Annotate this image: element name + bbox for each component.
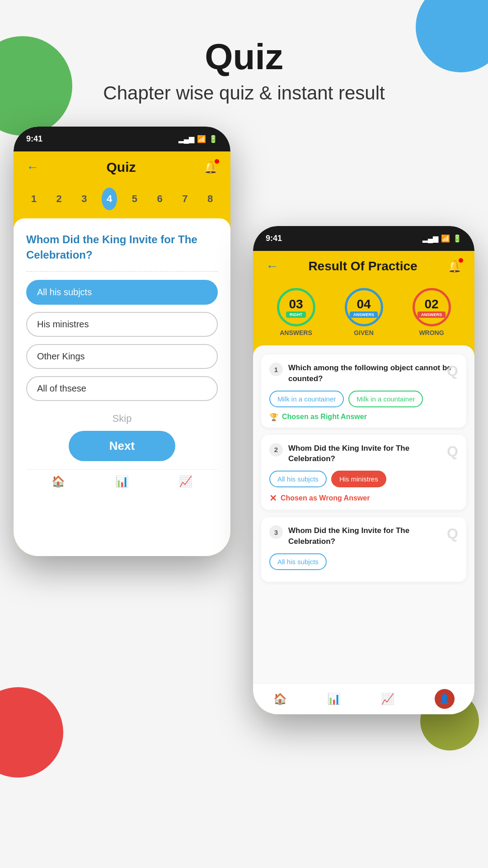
rq-num-2: 2 [269, 443, 283, 457]
stat-given: 04 ANSWERS GIVEN [345, 288, 383, 336]
stat-right: 03 RIGHT ANSWERS [277, 288, 315, 336]
result-phone-content: ← Result Of Practice 🔔 03 RIGHT ANSWERS … [253, 251, 474, 714]
rq-num-1: 1 [269, 363, 283, 376]
result-activity-icon[interactable]: 📈 [381, 693, 394, 705]
next-button[interactable]: Next [69, 431, 175, 461]
wrong-circle: 02 ANSWERS [413, 288, 451, 326]
trophy-icon: 🏆 [269, 413, 278, 421]
given-label: GIVEN [354, 329, 374, 336]
skip-next-area: Skip Next [26, 408, 218, 469]
rq-text-1: Which among the following object cannot … [288, 363, 458, 384]
rq-header-2: 2 Whom Did the King Invite for The Celeb… [269, 443, 458, 465]
result-battery-icon: 🔋 [453, 234, 462, 243]
q-num-1[interactable]: 1 [26, 188, 42, 210]
answer-option-3[interactable]: Other Kings [26, 344, 218, 369]
rq-ans-1b[interactable]: Milk in a countainer [348, 391, 423, 407]
page-header: Quiz Chapter wise quiz & instant result [0, 36, 488, 104]
verdict-text-2: Chosen as Wrong Answer [281, 494, 370, 502]
rq-decorative-icon-3: Q [447, 525, 458, 542]
result-phone: 9:41 ▂▄▆ 📶 🔋 ← Result Of Practice 🔔 03 R… [253, 226, 474, 714]
result-status-icons: ▂▄▆ 📶 🔋 [422, 234, 462, 243]
right-circle: 03 RIGHT [277, 288, 315, 326]
page-subtitle: Chapter wise quiz & instant result [0, 82, 488, 104]
result-header: ← Result Of Practice 🔔 [253, 251, 474, 282]
result-wifi-icon: 📶 [441, 234, 450, 243]
question-text: Whom Did the King Invite for The Celebra… [26, 232, 218, 262]
rq-verdict-2: ✕ Chosen as Wrong Answer [269, 493, 458, 504]
result-back-button[interactable]: ← [266, 259, 278, 274]
result-signal-icon: ▂▄▆ [422, 234, 438, 243]
activity-nav-icon[interactable]: 📈 [179, 475, 192, 488]
results-scroll: 1 Which among the following object canno… [253, 345, 474, 683]
stat-wrong: 02 ANSWERS WRONG [413, 288, 451, 336]
user-avatar[interactable]: 👤 [435, 689, 455, 709]
verdict-text-1: Chosen as Right Answer [282, 413, 367, 421]
result-bottom-nav: 🏠 📊 📈 👤 [253, 683, 474, 714]
right-number: 03 [289, 297, 303, 311]
q-num-4[interactable]: 4 [102, 188, 117, 210]
page-title: Quiz [0, 36, 488, 78]
wrong-badge: ANSWERS [418, 311, 446, 318]
q-num-5[interactable]: 5 [127, 188, 142, 210]
rq-decorative-icon-1: Q [447, 363, 458, 379]
given-badge: ANSWERS [350, 311, 378, 318]
given-circle: 04 ANSWERS [345, 288, 383, 326]
wrong-icon: ✕ [269, 493, 277, 504]
quiz-header: ← Quiz 🔔 [14, 151, 230, 183]
rq-text-3: Whom Did the King Invite for The Celebra… [288, 525, 458, 547]
result-title: Result Of Practice [308, 259, 417, 274]
rq-text-2: Whom Did the King Invite for The Celebra… [288, 443, 458, 465]
stats-row: 03 RIGHT ANSWERS 04 ANSWERS GIVEN 02 ANS… [253, 282, 474, 345]
rq-decorative-icon-2: Q [447, 443, 458, 460]
rq-ans-2b[interactable]: His ministres [331, 471, 386, 487]
rq-answers-1: Milk in a countainer Milk in a countaine… [269, 391, 458, 407]
wrong-label: WRONG [419, 329, 444, 336]
q-num-2[interactable]: 2 [52, 188, 67, 210]
right-badge: RIGHT [286, 311, 306, 318]
chart-nav-icon[interactable]: 📊 [115, 475, 129, 488]
wrong-number: 02 [424, 297, 438, 311]
rq-answers-2: All his subjcts His ministres [269, 471, 458, 487]
answer-option-2[interactable]: His ministres [26, 312, 218, 337]
result-time: 9:41 [266, 234, 282, 243]
bg-decoration-red [0, 687, 63, 778]
home-nav-icon[interactable]: 🏠 [52, 475, 65, 488]
quiz-bottom-nav: 🏠 📊 📈 [26, 469, 218, 493]
given-number: 04 [357, 297, 371, 311]
rq-ans-3a[interactable]: All his subjcts [269, 553, 327, 570]
skip-button[interactable]: Skip [113, 413, 132, 425]
quiz-status-icons: ▂▄▆ 📶 🔋 [178, 135, 218, 143]
quiz-phone-content: ← Quiz 🔔 1 2 3 4 5 6 7 8 Whom Did the Ki… [14, 151, 230, 556]
rq-ans-1a[interactable]: Milk in a countainer [269, 391, 344, 407]
q-num-3[interactable]: 3 [77, 188, 92, 210]
quiz-back-button[interactable]: ← [26, 160, 39, 175]
rq-verdict-1: 🏆 Chosen as Right Answer [269, 413, 458, 421]
result-bell-dot [459, 258, 463, 263]
result-bell-wrapper: 🔔 [447, 259, 462, 274]
question-card: Whom Did the King Invite for The Celebra… [14, 218, 230, 556]
wifi-icon: 📶 [197, 135, 206, 143]
result-q-card-2: 2 Whom Did the King Invite for The Celeb… [261, 435, 466, 510]
result-phone-notch: 9:41 ▂▄▆ 📶 🔋 [253, 226, 474, 251]
right-label: ANSWERS [280, 329, 312, 336]
result-q-card-3: 3 Whom Did the King Invite for The Celeb… [261, 517, 466, 582]
result-home-icon[interactable]: 🏠 [273, 693, 287, 705]
result-chart-icon[interactable]: 📊 [327, 693, 341, 705]
bell-dot [215, 159, 219, 164]
bell-wrapper: 🔔 [203, 160, 218, 175]
signal-icon: ▂▄▆ [178, 135, 194, 143]
rq-num-3: 3 [269, 525, 283, 539]
q-num-6[interactable]: 6 [152, 188, 168, 210]
rq-ans-2a[interactable]: All his subjcts [269, 471, 327, 487]
answer-divider [26, 271, 218, 272]
rq-answers-3: All his subjcts [269, 553, 458, 570]
quiz-phone-notch: 9:41 ▂▄▆ 📶 🔋 [14, 127, 230, 151]
rq-header-3: 3 Whom Did the King Invite for The Celeb… [269, 525, 458, 547]
q-num-8[interactable]: 8 [202, 188, 218, 210]
rq-header-1: 1 Which among the following object canno… [269, 363, 458, 384]
battery-icon: 🔋 [209, 135, 218, 143]
q-num-7[interactable]: 7 [178, 188, 193, 210]
answer-option-1[interactable]: All his subjcts [26, 280, 218, 305]
quiz-phone: 9:41 ▂▄▆ 📶 🔋 ← Quiz 🔔 1 2 3 4 5 6 7 8 [14, 127, 230, 556]
answer-option-4[interactable]: All of thsese [26, 376, 218, 401]
